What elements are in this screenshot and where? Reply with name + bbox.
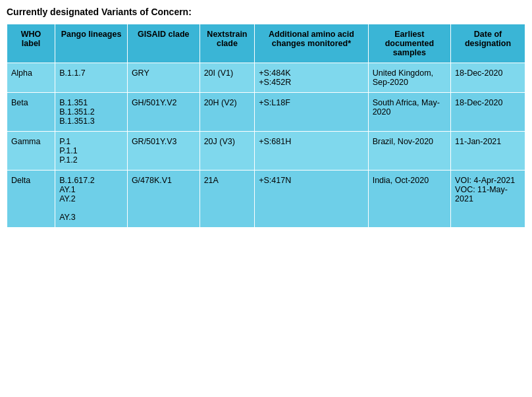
col-header-date: Date of designation: [451, 24, 525, 63]
col-header-nextstrain: Nextstrain clade: [200, 24, 255, 63]
cell-pango: B.1.351B.1.351.2B.1.351.3: [55, 93, 128, 132]
col-header-earliest: Earliest documented samples: [368, 24, 450, 63]
col-header-who: WHO label: [7, 24, 55, 63]
cell-date: 11-Jan-2021: [451, 132, 525, 171]
cell-nextstrain: 20I (V1): [200, 63, 255, 93]
cell-nextstrain: 20H (V2): [200, 93, 255, 132]
variants-table: WHO label Pango lineages GISAID clade Ne…: [7, 24, 525, 228]
table-row: AlphaB.1.1.7GRY20I (V1)+S:484K+S:452RUni…: [7, 63, 525, 93]
cell-who: Alpha: [7, 63, 55, 93]
cell-date: VOI: 4-Apr-2021VOC: 11-May-2021: [451, 171, 525, 228]
cell-earliest: Brazil, Nov-2020: [368, 132, 450, 171]
cell-earliest: India, Oct-2020: [368, 171, 450, 228]
cell-amino: +S:L18F: [255, 93, 368, 132]
cell-gisaid: G/478K.V1: [127, 171, 200, 228]
cell-pango: P.1P.1.1P.1.2: [55, 132, 128, 171]
cell-earliest: United Kingdom, Sep-2020: [368, 63, 450, 93]
cell-gisaid: GRY: [127, 63, 200, 93]
col-header-amino: Additional amino acid changes monitored*: [255, 24, 368, 63]
cell-gisaid: GR/501Y.V3: [127, 132, 200, 171]
table-header-row: WHO label Pango lineages GISAID clade Ne…: [7, 24, 525, 63]
cell-pango: B.1.617.2AY.1AY.2AY.3: [55, 171, 128, 228]
cell-who: Delta: [7, 171, 55, 228]
cell-who: Beta: [7, 93, 55, 132]
table-row: DeltaB.1.617.2AY.1AY.2AY.3G/478K.V121A+S…: [7, 171, 525, 228]
page-title: Currently designated Variants of Concern…: [7, 7, 525, 17]
cell-amino: +S:417N: [255, 171, 368, 228]
table-row: GammaP.1P.1.1P.1.2GR/501Y.V320J (V3)+S:6…: [7, 132, 525, 171]
table-row: BetaB.1.351B.1.351.2B.1.351.3GH/501Y.V22…: [7, 93, 525, 132]
cell-date: 18-Dec-2020: [451, 63, 525, 93]
cell-earliest: South Africa, May-2020: [368, 93, 450, 132]
cell-amino: +S:681H: [255, 132, 368, 171]
cell-who: Gamma: [7, 132, 55, 171]
cell-nextstrain: 20J (V3): [200, 132, 255, 171]
col-header-gisaid: GISAID clade: [127, 24, 200, 63]
cell-amino: +S:484K+S:452R: [255, 63, 368, 93]
col-header-pango: Pango lineages: [55, 24, 128, 63]
cell-date: 18-Dec-2020: [451, 93, 525, 132]
cell-nextstrain: 21A: [200, 171, 255, 228]
cell-pango: B.1.1.7: [55, 63, 128, 93]
cell-gisaid: GH/501Y.V2: [127, 93, 200, 132]
